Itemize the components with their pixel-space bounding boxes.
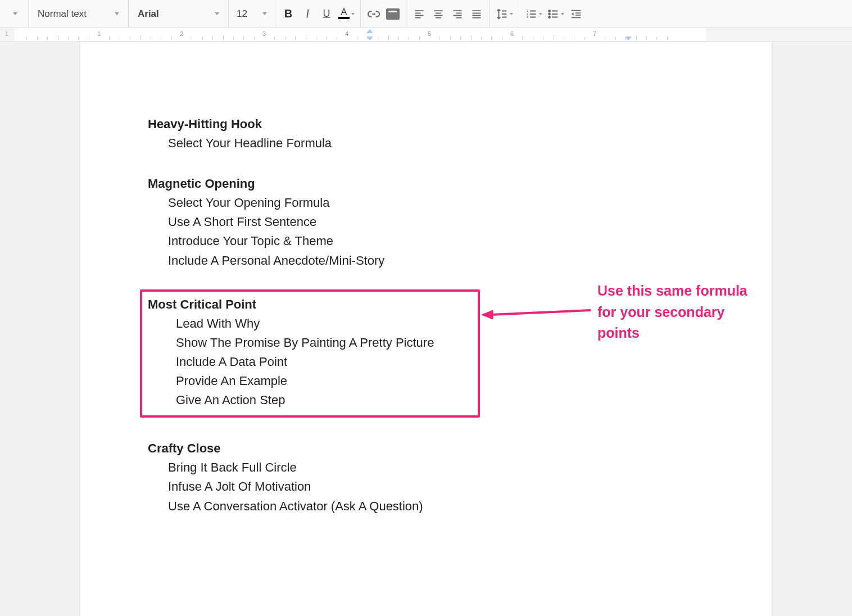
section-item[interactable]: Select Your Headline Formula — [148, 134, 732, 153]
text-color-button[interactable]: A — [336, 4, 357, 24]
numbered-list-icon: 123 — [525, 8, 537, 20]
numbered-list-button[interactable]: 123 — [523, 4, 545, 24]
section-item[interactable]: Introduce Your Topic & Theme — [148, 232, 732, 251]
section-item[interactable]: Show The Promise By Painting A Pretty Pi… — [148, 333, 472, 352]
ruler-number: 3 — [262, 30, 266, 37]
toolbar: Normal text Arial 12 B I U A — [0, 0, 852, 28]
align-left-icon — [414, 8, 425, 20]
document-page[interactable]: Heavy-Hitting HookSelect Your Headline F… — [80, 42, 772, 616]
section-item[interactable]: Infuse A Jolt Of Motivation — [148, 477, 732, 496]
insert-link-button[interactable] — [364, 4, 383, 24]
section-heading[interactable]: Magnetic Opening — [148, 174, 732, 193]
paragraph-style-label: Normal text — [38, 8, 87, 20]
section-item[interactable]: Give An Action Step — [148, 391, 472, 410]
document-canvas[interactable]: Heavy-Hitting HookSelect Your Headline F… — [0, 42, 852, 616]
section-item[interactable]: Use A Conversation Activator (Ask A Ques… — [148, 497, 732, 516]
right-indent-marker[interactable] — [625, 37, 632, 40]
highlighter-icon — [386, 8, 400, 20]
highlighted-section: Most Critical PointLead With WhyShow The… — [140, 289, 480, 418]
align-center-button[interactable] — [429, 4, 448, 24]
align-right-button[interactable] — [448, 4, 467, 24]
ruler-number: 1 — [5, 30, 8, 37]
font-family-select[interactable]: Arial — [132, 4, 225, 24]
font-size-select[interactable]: 12 — [232, 4, 271, 24]
line-spacing-button[interactable] — [493, 4, 515, 24]
section-item[interactable]: Bring It Back Full Circle — [148, 458, 732, 477]
section-item[interactable]: Lead With Why — [148, 314, 472, 333]
ruler-number: 5 — [428, 30, 431, 37]
decrease-indent-icon — [570, 8, 582, 20]
svg-point-5 — [549, 16, 550, 18]
ruler-number: 2 — [180, 30, 183, 37]
section-heading[interactable]: Most Critical Point — [148, 295, 472, 314]
font-size-label: 12 — [237, 8, 247, 20]
bulleted-list-button[interactable] — [545, 4, 567, 24]
section-item[interactable]: Include A Personal Anecdote/Mini-Story — [148, 251, 732, 270]
annotation-arrow — [481, 305, 593, 325]
link-icon — [368, 8, 380, 20]
more-formatting-dropdown[interactable] — [6, 4, 25, 24]
first-line-indent-marker[interactable] — [366, 29, 373, 33]
annotation-text: Use this same formula for your secondary… — [597, 280, 755, 344]
align-center-icon — [433, 8, 444, 20]
section-heading[interactable]: Crafty Close — [148, 439, 732, 458]
highlight-color-button[interactable] — [383, 4, 402, 24]
section-item[interactable]: Select Your Opening Formula — [148, 193, 732, 212]
svg-line-6 — [491, 310, 591, 315]
ruler-number: 7 — [593, 30, 596, 37]
section-item[interactable]: Use A Short First Sentence — [148, 212, 732, 232]
font-family-label: Arial — [138, 8, 159, 20]
italic-button[interactable]: I — [298, 4, 317, 24]
align-left-button[interactable] — [410, 4, 429, 24]
underline-button[interactable]: U — [317, 4, 336, 24]
align-justify-icon — [471, 8, 482, 20]
svg-point-4 — [549, 13, 550, 15]
svg-text:3: 3 — [527, 15, 528, 19]
align-justify-button[interactable] — [467, 4, 486, 24]
bulleted-list-icon — [547, 8, 559, 20]
left-indent-marker[interactable] — [366, 37, 373, 40]
ruler-number: 4 — [345, 30, 348, 37]
section-heading[interactable]: Heavy-Hitting Hook — [148, 115, 732, 134]
section-item[interactable]: Provide An Example — [148, 372, 472, 391]
horizontal-ruler[interactable]: 11234567 — [0, 28, 852, 42]
svg-marker-7 — [482, 310, 493, 319]
ruler-number: 1 — [97, 30, 101, 37]
svg-point-3 — [549, 10, 550, 12]
section-item[interactable]: Include A Data Point — [148, 352, 472, 372]
decrease-indent-button[interactable] — [567, 4, 586, 24]
ruler-number: 6 — [510, 30, 514, 37]
bold-button[interactable]: B — [279, 4, 298, 24]
align-right-icon — [452, 8, 463, 20]
line-spacing-icon — [496, 8, 508, 20]
paragraph-style-select[interactable]: Normal text — [32, 4, 125, 24]
